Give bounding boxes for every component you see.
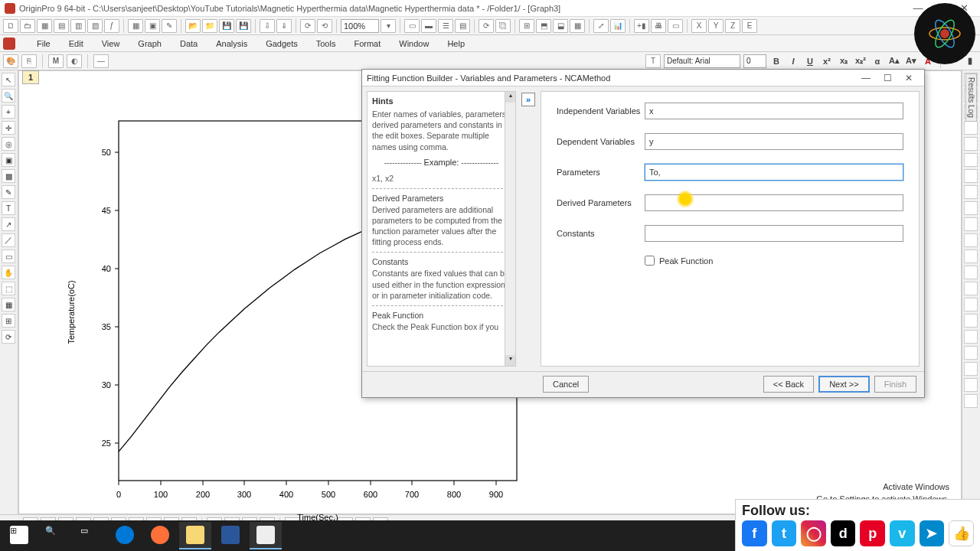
superscript-button[interactable]: x² xyxy=(820,54,834,68)
y-axis-icon[interactable]: Y xyxy=(708,19,724,33)
pinterest-icon[interactable]: p xyxy=(860,520,885,546)
slide-icon[interactable]: ▭ xyxy=(668,19,683,33)
dialog-close-button[interactable]: ✕ xyxy=(898,73,920,83)
menu-window[interactable]: Window xyxy=(396,37,432,50)
align-t-icon[interactable] xyxy=(964,217,978,231)
x-axis-icon[interactable]: X xyxy=(691,19,707,33)
duplicate-icon[interactable]: ⿻ xyxy=(495,19,511,33)
save-template-icon[interactable]: 💾 xyxy=(236,19,251,33)
search-button[interactable]: 🔍 xyxy=(38,522,70,549)
text-tool-icon[interactable]: T xyxy=(645,54,661,68)
roi-icon[interactable]: ▦ xyxy=(2,298,15,311)
menu-edit[interactable]: Edit xyxy=(66,37,87,50)
explorer-taskbar-icon[interactable] xyxy=(179,522,211,549)
import-single-icon[interactable]: ⇓ xyxy=(276,19,292,33)
grid-icon[interactable] xyxy=(964,362,978,376)
ungroup-icon[interactable] xyxy=(964,330,978,344)
data-reader-icon[interactable]: ◎ xyxy=(2,137,15,151)
menu-analysis[interactable]: Analysis xyxy=(213,37,250,50)
dialog-titlebar[interactable]: Fitting Function Builder - Variables and… xyxy=(362,70,924,86)
theme-icon[interactable]: 🎨 xyxy=(3,54,18,68)
open-excel-icon[interactable]: ▦ xyxy=(128,19,143,33)
cancel-button[interactable]: Cancel xyxy=(543,376,589,393)
align-r-icon[interactable] xyxy=(964,201,978,215)
e-axis-icon[interactable]: E xyxy=(742,19,757,33)
constants-input[interactable] xyxy=(645,225,903,242)
decrease-font-button[interactable]: A▾ xyxy=(904,54,918,68)
expl-4-icon[interactable]: ▤ xyxy=(455,19,470,33)
misc2-icon[interactable] xyxy=(964,394,978,408)
zoom-in-icon[interactable]: 🔍 xyxy=(2,89,15,103)
task-view-button[interactable]: ▭ xyxy=(74,522,106,549)
font-size-combo[interactable] xyxy=(743,54,766,68)
menu-view[interactable]: View xyxy=(99,37,123,50)
reader-icon[interactable]: + xyxy=(2,105,15,119)
graph4-icon[interactable] xyxy=(964,137,978,151)
front-icon[interactable] xyxy=(964,282,978,295)
next-button[interactable]: Next >> xyxy=(818,376,870,393)
dist-h-icon[interactable] xyxy=(964,249,978,263)
menu-graph[interactable]: Graph xyxy=(135,37,165,50)
stats-icon[interactable]: 📊 xyxy=(610,19,626,33)
telegram-icon[interactable]: ➤ xyxy=(920,520,945,546)
misc1-icon[interactable] xyxy=(964,378,978,392)
facebook-icon[interactable]: f xyxy=(742,520,767,546)
zoom-dropdown-icon[interactable]: ▾ xyxy=(381,19,396,33)
extract-icon[interactable]: ⬒ xyxy=(536,19,551,33)
derived-params-input[interactable] xyxy=(645,194,903,211)
menu-help[interactable]: Help xyxy=(444,37,468,50)
menu-tools[interactable]: Tools xyxy=(313,37,339,50)
new-function-icon[interactable]: ƒ xyxy=(104,19,119,33)
scroll-up-icon[interactable]: ▴ xyxy=(505,92,515,103)
dialog-minimize-button[interactable]: — xyxy=(855,73,877,83)
clock-icon[interactable] xyxy=(964,346,978,360)
results-log-tab[interactable]: Results Log xyxy=(965,73,977,122)
add-layer-icon[interactable]: ⊞ xyxy=(519,19,534,33)
zoom-combo[interactable]: 100% xyxy=(341,19,379,33)
font-family-combo[interactable] xyxy=(664,54,740,68)
text-icon[interactable]: T xyxy=(2,201,15,215)
instagram-icon[interactable]: ◯ xyxy=(801,520,826,546)
back-icon[interactable] xyxy=(964,298,978,311)
rotate-icon[interactable]: ⟳ xyxy=(2,330,15,344)
draw-data-icon[interactable]: ✎ xyxy=(2,185,15,199)
new-project-icon[interactable]: 🗋 xyxy=(3,19,18,33)
batch-processing-icon[interactable]: ⟳ xyxy=(300,19,315,33)
line-icon[interactable]: ／ xyxy=(2,233,15,247)
origin-taskbar-icon[interactable] xyxy=(250,522,282,549)
mask-tool-icon[interactable]: ▩ xyxy=(2,169,15,183)
notes-icon[interactable]: ✎ xyxy=(162,19,177,33)
rect-icon[interactable]: ▭ xyxy=(2,249,15,263)
screen-reader-icon[interactable]: ✛ xyxy=(2,121,15,135)
z-axis-icon[interactable]: Z xyxy=(725,19,740,33)
menu-gadgets[interactable]: Gadgets xyxy=(263,37,301,50)
hand-icon[interactable]: ✋ xyxy=(2,266,15,279)
merge-icon[interactable]: ⬓ xyxy=(553,19,568,33)
new-matrix-icon[interactable]: ▧ xyxy=(87,19,103,33)
finish-button[interactable]: Finish xyxy=(874,376,916,393)
recalc-icon[interactable]: ⟲ xyxy=(317,19,332,33)
mask-icon[interactable]: M xyxy=(48,54,64,68)
underline-button[interactable]: U xyxy=(803,54,817,68)
greek-button[interactable]: α xyxy=(871,54,884,68)
menu-file[interactable]: File xyxy=(34,37,54,50)
menu-data[interactable]: Data xyxy=(177,37,201,50)
menu-format[interactable]: Format xyxy=(351,37,384,50)
twitter-icon[interactable]: t xyxy=(772,520,797,546)
rescale-icon[interactable]: ⤢ xyxy=(593,19,609,33)
refresh-icon[interactable]: ⟳ xyxy=(479,19,494,33)
pointer-tool-icon[interactable]: ↖ xyxy=(2,73,15,86)
collapse-hints-button[interactable]: » xyxy=(521,93,535,106)
new-workbook-icon[interactable]: ▦ xyxy=(37,19,52,33)
save-icon[interactable]: 💾 xyxy=(219,19,234,33)
origin-menu-icon[interactable] xyxy=(3,37,15,50)
indep-vars-input[interactable] xyxy=(645,103,903,119)
insert-icon[interactable]: ⊞ xyxy=(2,314,15,328)
start-button[interactable]: ⊞ xyxy=(3,522,35,549)
firefox-taskbar-icon[interactable] xyxy=(144,522,176,549)
back-button[interactable]: << Back xyxy=(763,376,814,393)
new-excel-icon[interactable]: ▤ xyxy=(54,19,69,33)
ln-width-icon[interactable]: — xyxy=(93,54,109,68)
dist-v-icon[interactable] xyxy=(964,266,978,279)
graph5-icon[interactable] xyxy=(964,153,978,167)
